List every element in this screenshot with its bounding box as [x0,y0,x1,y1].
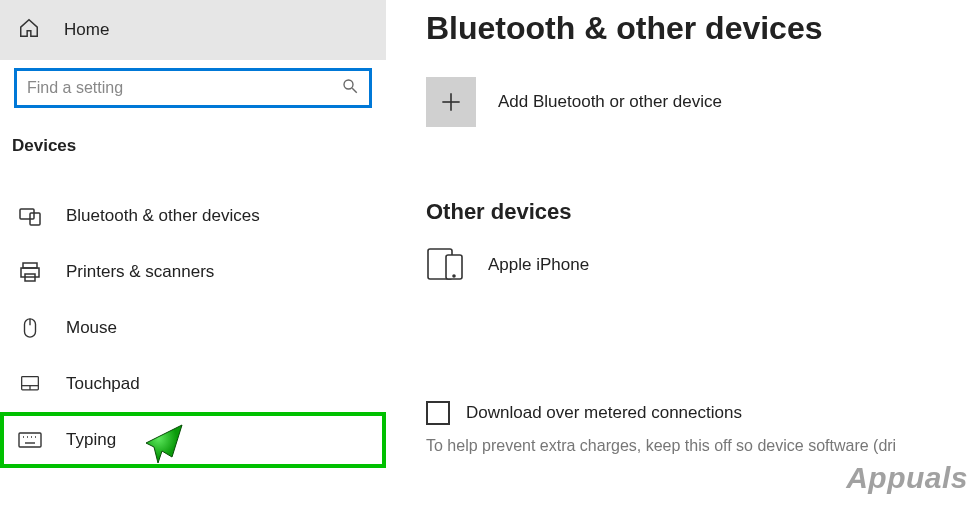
home-label: Home [64,20,109,40]
sidebar: Home Devices Bluetooth & other devices [0,0,386,505]
phone-tablet-icon [426,245,466,285]
annotation-arrow-icon [132,413,186,467]
svg-rect-2 [20,209,34,219]
main-content: Bluetooth & other devices Add Bluetooth … [386,0,974,505]
nav-list: Bluetooth & other devices Printers & sca… [0,188,386,468]
svg-rect-5 [21,268,39,277]
sidebar-item-label: Touchpad [66,374,140,394]
search-box[interactable] [14,68,372,108]
search-input[interactable] [27,79,341,97]
checkbox-icon[interactable] [426,401,450,425]
sidebar-item-printers[interactable]: Printers & scanners [0,244,386,300]
page-title: Bluetooth & other devices [426,10,944,47]
sidebar-item-typing[interactable]: Typing [0,412,386,468]
home-nav[interactable]: Home [0,0,386,60]
add-device-button[interactable]: Add Bluetooth or other device [426,77,722,127]
device-label: Apple iPhone [488,255,589,275]
sidebar-item-bluetooth[interactable]: Bluetooth & other devices [0,188,386,244]
sidebar-item-touchpad[interactable]: Touchpad [0,356,386,412]
device-row[interactable]: Apple iPhone [426,239,944,291]
other-devices-heading: Other devices [426,199,944,225]
bluetooth-devices-icon [18,204,42,228]
sidebar-item-label: Typing [66,430,116,450]
sidebar-item-label: Printers & scanners [66,262,214,282]
add-device-label: Add Bluetooth or other device [498,92,722,112]
svg-rect-12 [19,433,41,447]
sidebar-item-label: Bluetooth & other devices [66,206,260,226]
section-title: Devices [0,108,386,168]
metered-checkbox-row[interactable]: Download over metered connections [426,401,944,425]
svg-point-0 [344,80,353,89]
metered-section: Download over metered connections To hel… [426,401,944,455]
home-icon [18,17,40,43]
svg-line-1 [352,88,357,93]
touchpad-icon [18,372,42,396]
svg-point-22 [453,275,455,277]
plus-icon [426,77,476,127]
sidebar-item-mouse[interactable]: Mouse [0,300,386,356]
printer-icon [18,260,42,284]
hint-text: To help prevent extra charges, keep this… [426,437,944,455]
mouse-icon [18,316,42,340]
search-icon [341,77,359,99]
sidebar-item-label: Mouse [66,318,117,338]
keyboard-icon [18,428,42,452]
checkbox-label: Download over metered connections [466,403,742,423]
